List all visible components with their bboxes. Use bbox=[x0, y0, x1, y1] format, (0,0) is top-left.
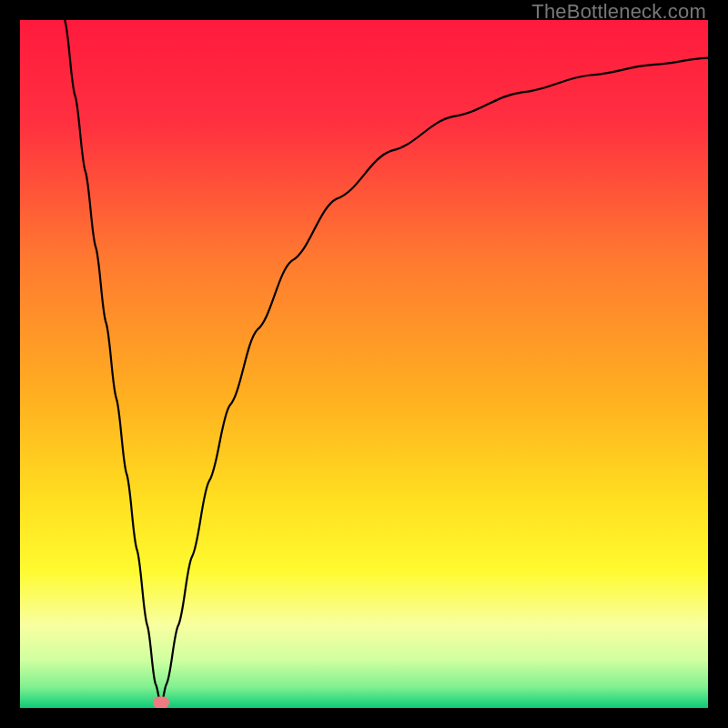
plot-area bbox=[20, 20, 708, 708]
bottleneck-marker bbox=[153, 696, 169, 708]
watermark-text: TheBottleneck.com bbox=[531, 0, 706, 24]
curve-line bbox=[20, 20, 708, 708]
chart-container: TheBottleneck.com bbox=[0, 0, 728, 728]
